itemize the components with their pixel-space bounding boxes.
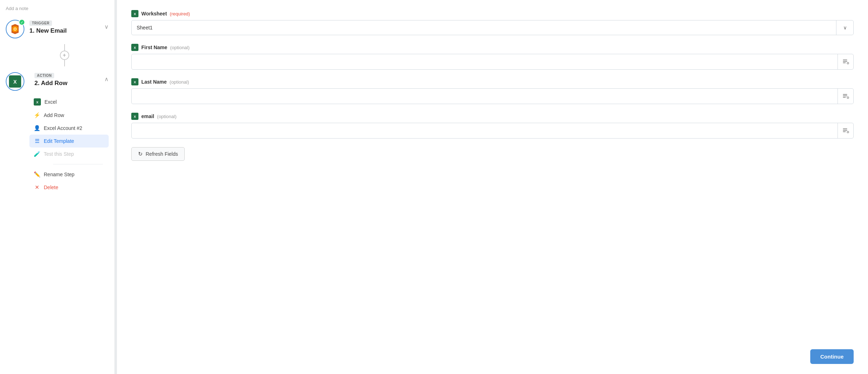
worksheet-value: Sheet1 (132, 25, 836, 31)
first-name-section: X First Name (optional) (131, 44, 854, 70)
submenu-item-account[interactable]: 👤 Excel Account #2 (29, 122, 109, 135)
svg-rect-12 (843, 60, 847, 60)
email-section: X email (optional) (131, 113, 854, 139)
flask-icon: 🧪 (34, 151, 40, 157)
submenu-item-delete[interactable]: ✕ Delete (29, 181, 109, 194)
email-label-row: X email (optional) (131, 113, 854, 120)
refresh-fields-button[interactable]: ↻ Refresh Fields (131, 147, 185, 161)
action-title: 2. Add Row (34, 80, 104, 87)
action-content: ACTION 2. Add Row (34, 72, 104, 87)
worksheet-section: X Worksheet (required) Sheet1 ∨ (131, 10, 854, 35)
submenu-label-delete: Delete (44, 184, 58, 190)
last-name-input-wrap (131, 88, 854, 104)
worksheet-label-row: X Worksheet (required) (131, 10, 854, 17)
submenu-item-add-row[interactable]: ⚡ Add Row (29, 109, 109, 122)
worksheet-excel-icon: X (131, 10, 138, 17)
connector: + (14, 43, 114, 68)
email-optional: (optional) (157, 114, 176, 119)
last-name-label-row: X Last Name (optional) (131, 78, 854, 85)
action-chevron[interactable]: ∧ (104, 72, 109, 83)
svg-rect-17 (847, 63, 849, 64)
svg-rect-29 (843, 130, 847, 131)
continue-button[interactable]: Continue (810, 349, 854, 364)
first-name-input[interactable] (132, 54, 838, 69)
submenu-label-edit-template: Edit Template (44, 138, 74, 144)
action-icon-wrap: X (6, 72, 24, 91)
refresh-icon: ↻ (138, 151, 143, 157)
refresh-section: ↻ Refresh Fields (131, 147, 854, 161)
svg-text:X: X (134, 80, 136, 84)
refresh-fields-label: Refresh Fields (146, 151, 178, 157)
last-name-excel-icon: X (131, 78, 138, 85)
email-input[interactable] (132, 123, 838, 138)
worksheet-dropdown[interactable]: Sheet1 ∨ (131, 20, 854, 35)
first-name-label-row: X First Name (optional) (131, 44, 854, 51)
submenu-label-rename: Rename Step (44, 172, 75, 177)
email-input-wrap (131, 123, 854, 139)
svg-text:X: X (13, 79, 17, 85)
submenu-label-add-row: Add Row (44, 112, 64, 118)
action-icon-circle: X (6, 72, 24, 91)
svg-rect-21 (843, 95, 847, 96)
last-name-label: Last Name (141, 79, 167, 85)
submenu-label-test-step: Test this Step (44, 151, 74, 157)
action-badge: ACTION (34, 73, 54, 78)
add-step-button[interactable]: + (60, 51, 69, 60)
first-name-excel-icon: X (131, 44, 138, 51)
continue-button-wrap: Continue (810, 349, 854, 364)
svg-text:X: X (36, 100, 38, 104)
last-name-insert-btn[interactable] (838, 89, 853, 104)
trigger-title: 1. New Email (29, 27, 104, 34)
svg-rect-28 (843, 128, 847, 129)
action-header: X ACTION 2. Add Row ∧ (6, 72, 109, 91)
svg-text:X: X (134, 12, 136, 16)
first-name-input-wrap (131, 54, 854, 70)
trigger-badge: TRIGGER (29, 20, 52, 26)
svg-rect-22 (843, 97, 846, 98)
svg-text:X: X (134, 115, 136, 118)
last-name-section: X Last Name (optional) (131, 78, 854, 104)
last-name-optional: (optional) (170, 79, 189, 85)
trigger-chevron[interactable]: ∨ (104, 20, 109, 30)
submenu-item-test-step[interactable]: 🧪 Test this Step (29, 148, 109, 160)
svg-rect-25 (847, 97, 849, 98)
worksheet-label: Worksheet (141, 11, 167, 17)
trigger-icon-wrap: O ✓ (6, 20, 24, 38)
svg-rect-33 (847, 132, 849, 132)
person-icon: 👤 (34, 125, 40, 131)
lines-icon: ☰ (34, 138, 40, 144)
submenu-divider (53, 164, 103, 164)
action-submenu: X Excel ⚡ Add Row 👤 Excel Account #2 ☰ E… (29, 95, 109, 194)
svg-text:O: O (14, 27, 17, 31)
email-excel-icon: X (131, 113, 138, 120)
trigger-block: O ✓ TRIGGER 1. New Email ∨ (0, 15, 114, 43)
first-name-optional: (optional) (170, 45, 189, 50)
svg-rect-20 (843, 94, 847, 95)
add-note-link[interactable]: Add a note (0, 6, 114, 15)
submenu-item-excel[interactable]: X Excel (29, 95, 109, 109)
trigger-check-badge: ✓ (19, 19, 25, 25)
submenu-item-rename[interactable]: ✏️ Rename Step (29, 168, 109, 181)
submenu-label-excel: Excel (44, 99, 57, 105)
svg-rect-13 (843, 61, 847, 62)
svg-text:X: X (134, 46, 136, 50)
last-name-input[interactable] (132, 89, 838, 104)
first-name-label: First Name (141, 45, 167, 50)
first-name-insert-btn[interactable] (838, 54, 853, 69)
excel-icon-large: X (9, 75, 21, 88)
excel-icon-small: X (34, 98, 41, 106)
email-label: email (141, 113, 154, 119)
submenu-label-account: Excel Account #2 (44, 125, 82, 131)
bolt-icon: ⚡ (34, 112, 40, 118)
right-panel: X Worksheet (required) Sheet1 ∨ X First … (117, 0, 868, 374)
action-block: X ACTION 2. Add Row ∧ X Excel (0, 68, 114, 194)
left-panel: Add a note O ✓ TRIGGER 1. New Email ∨ (0, 0, 115, 374)
x-icon: ✕ (34, 184, 40, 191)
svg-rect-30 (843, 131, 846, 132)
pencil-icon: ✏️ (34, 171, 40, 178)
submenu-item-edit-template[interactable]: ☰ Edit Template (29, 135, 109, 148)
worksheet-chevron-icon[interactable]: ∨ (836, 20, 853, 35)
worksheet-required: (required) (170, 11, 190, 17)
email-insert-btn[interactable] (838, 123, 853, 138)
connector-line-bottom (64, 60, 65, 66)
